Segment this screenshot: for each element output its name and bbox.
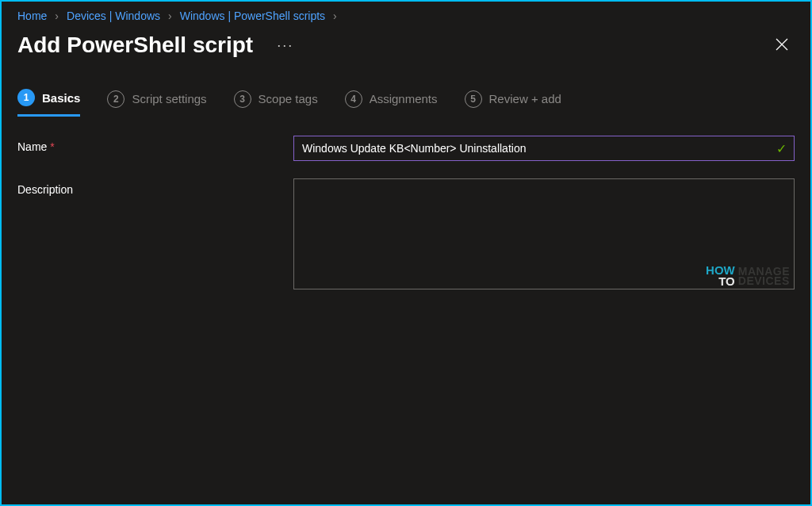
- tab-label: Script settings: [132, 92, 206, 105]
- tab-assignments[interactable]: 4 Assignments: [345, 90, 438, 116]
- label-text: Name: [17, 140, 47, 153]
- description-input[interactable]: [293, 178, 795, 289]
- chevron-right-icon: ›: [55, 10, 59, 22]
- chevron-right-icon: ›: [168, 10, 172, 22]
- tab-script-settings[interactable]: 2 Script settings: [107, 90, 206, 116]
- header: Add PowerShell script ···: [2, 27, 810, 75]
- more-options-button[interactable]: ···: [277, 37, 293, 54]
- tab-step-number: 4: [345, 90, 362, 108]
- breadcrumb-home[interactable]: Home: [17, 10, 47, 22]
- tab-step-number: 3: [234, 90, 251, 108]
- tab-label: Assignments: [370, 92, 438, 105]
- wizard-tabs: 1 Basics 2 Script settings 3 Scope tags …: [2, 75, 810, 117]
- tab-review-add[interactable]: 5 Review + add: [465, 90, 561, 116]
- breadcrumb: Home › Devices | Windows › Windows | Pow…: [2, 2, 810, 27]
- check-icon: ✓: [776, 141, 787, 156]
- close-icon: [776, 38, 788, 51]
- tab-step-number: 2: [107, 90, 124, 108]
- page-title: Add PowerShell script: [17, 33, 253, 58]
- form-basics: Name* ✓ Description HOW TO MANAGE DEVICE…: [2, 117, 810, 329]
- tab-step-number: 5: [465, 90, 482, 108]
- form-row-name: Name* ✓: [17, 136, 795, 161]
- chevron-right-icon: ›: [333, 10, 337, 22]
- form-row-description: Description HOW TO MANAGE DEVICES: [17, 178, 795, 293]
- required-indicator: *: [50, 140, 54, 153]
- close-button[interactable]: [769, 32, 795, 59]
- name-input[interactable]: [293, 136, 795, 161]
- tab-label: Review + add: [489, 92, 561, 105]
- tab-scope-tags[interactable]: 3 Scope tags: [234, 90, 318, 116]
- name-label: Name*: [17, 136, 293, 161]
- breadcrumb-devices-windows[interactable]: Devices | Windows: [67, 10, 160, 22]
- tab-label: Scope tags: [259, 92, 318, 105]
- breadcrumb-powershell-scripts[interactable]: Windows | PowerShell scripts: [180, 10, 325, 22]
- description-control: HOW TO MANAGE DEVICES: [293, 178, 795, 293]
- tab-step-number: 1: [17, 89, 35, 106]
- description-label: Description: [17, 178, 293, 293]
- tab-basics[interactable]: 1 Basics: [17, 89, 80, 117]
- name-control: ✓: [293, 136, 795, 161]
- tab-label: Basics: [42, 91, 80, 105]
